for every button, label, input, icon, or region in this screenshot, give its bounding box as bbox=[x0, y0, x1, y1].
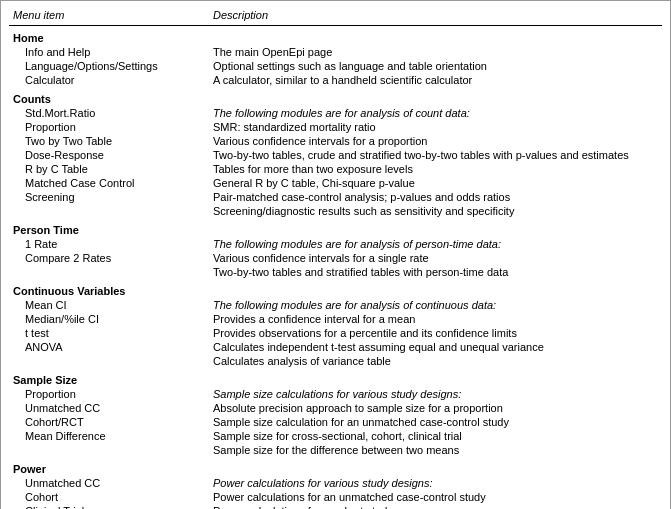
sub-desc: A calculator, similar to a handheld scie… bbox=[209, 73, 662, 87]
col-menu-header: Menu item bbox=[9, 7, 209, 26]
table-row: Continuous Variables bbox=[9, 279, 662, 298]
sub-desc: Sample size for cross-sectional, cohort,… bbox=[209, 429, 662, 443]
sub-desc: Sample size calculations for various stu… bbox=[209, 387, 662, 401]
sub-desc: The following modules are for analysis o… bbox=[209, 298, 662, 312]
sub-menu-item: R by C Table bbox=[9, 162, 209, 176]
sub-menu-item: Cohort bbox=[9, 490, 209, 504]
sub-desc: The main OpenEpi page bbox=[209, 45, 662, 59]
main-container: Menu item Description HomeInfo and HelpT… bbox=[0, 0, 671, 509]
table-row: Unmatched CCAbsolute precision approach … bbox=[9, 401, 662, 415]
section-desc bbox=[209, 218, 662, 237]
table-row: Language/Options/SettingsOptional settin… bbox=[9, 59, 662, 73]
sub-menu-item: Calculator bbox=[9, 73, 209, 87]
section-desc bbox=[209, 87, 662, 106]
section-menu-item: Person Time bbox=[9, 218, 209, 237]
table-row: R by C TableTables for more than two exp… bbox=[9, 162, 662, 176]
sub-menu-item: Clinical Trial bbox=[9, 504, 209, 509]
table-row: Mean DifferenceSample size for cross-sec… bbox=[9, 429, 662, 443]
sub-desc: General R by C table, Chi-square p-value bbox=[209, 176, 662, 190]
sub-menu-item: Mean Difference bbox=[9, 429, 209, 443]
empty-menu-cell bbox=[9, 265, 209, 279]
sub-menu-item: Mean CI bbox=[9, 298, 209, 312]
sub-menu-item: Std.Mort.Ratio bbox=[9, 106, 209, 120]
sub-menu-item: Median/%ile CI bbox=[9, 312, 209, 326]
table-row: Dose-ResponseTwo-by-two tables, crude an… bbox=[9, 148, 662, 162]
sub-menu-item: Info and Help bbox=[9, 45, 209, 59]
table-row: Clinical TrialPower calculations for a c… bbox=[9, 504, 662, 509]
sub-menu-item: 1 Rate bbox=[9, 237, 209, 251]
sub-menu-item: Compare 2 Rates bbox=[9, 251, 209, 265]
sub-desc: Various confidence intervals for a singl… bbox=[209, 251, 662, 265]
menu-table: Menu item Description HomeInfo and HelpT… bbox=[9, 7, 662, 509]
table-row: t testProvides observations for a percen… bbox=[9, 326, 662, 340]
table-row: ProportionSMR: standardized mortality ra… bbox=[9, 120, 662, 134]
section-menu-item: Power bbox=[9, 457, 209, 476]
sub-desc: Tables for more than two exposure levels bbox=[209, 162, 662, 176]
sub-desc: Provides observations for a percentile a… bbox=[209, 326, 662, 340]
table-row: Home bbox=[9, 26, 662, 46]
section-desc bbox=[209, 26, 662, 46]
sub-desc: Various confidence intervals for a propo… bbox=[209, 134, 662, 148]
sub-menu-item: Dose-Response bbox=[9, 148, 209, 162]
table-row: Sample Size bbox=[9, 368, 662, 387]
table-row: Counts bbox=[9, 87, 662, 106]
sub-desc: SMR: standardized mortality ratio bbox=[209, 120, 662, 134]
table-row: Calculates analysis of variance table bbox=[9, 354, 662, 368]
empty-menu-cell bbox=[9, 204, 209, 218]
table-row: CalculatorA calculator, similar to a han… bbox=[9, 73, 662, 87]
sub-desc: Calculates independent t-test assuming e… bbox=[209, 340, 662, 354]
sub-menu-item: ANOVA bbox=[9, 340, 209, 354]
table-row: Matched Case ControlGeneral R by C table… bbox=[9, 176, 662, 190]
sub-menu-item: Two by Two Table bbox=[9, 134, 209, 148]
sub-menu-item: t test bbox=[9, 326, 209, 340]
table-row: Std.Mort.RatioThe following modules are … bbox=[9, 106, 662, 120]
sub-desc: Power calculations for an unmatched case… bbox=[209, 490, 662, 504]
table-row: CohortPower calculations for an unmatche… bbox=[9, 490, 662, 504]
table-row: 1 RateThe following modules are for anal… bbox=[9, 237, 662, 251]
sub-desc: The following modules are for analysis o… bbox=[209, 237, 662, 251]
sub-desc: Two-by-two tables, crude and stratified … bbox=[209, 148, 662, 162]
sub-menu-item: Proportion bbox=[9, 387, 209, 401]
continuation-desc: Sample size for the difference between t… bbox=[209, 443, 662, 457]
table-row: Mean CIThe following modules are for ana… bbox=[9, 298, 662, 312]
empty-menu-cell bbox=[9, 443, 209, 457]
section-desc bbox=[209, 368, 662, 387]
table-row: Compare 2 RatesVarious confidence interv… bbox=[9, 251, 662, 265]
table-row: ANOVACalculates independent t-test assum… bbox=[9, 340, 662, 354]
table-row: Sample size for the difference between t… bbox=[9, 443, 662, 457]
section-menu-item: Sample Size bbox=[9, 368, 209, 387]
empty-menu-cell bbox=[9, 354, 209, 368]
section-desc bbox=[209, 279, 662, 298]
sub-desc: Absolute precision approach to sample si… bbox=[209, 401, 662, 415]
table-row: Screening/diagnostic results such as sen… bbox=[9, 204, 662, 218]
continuation-desc: Screening/diagnostic results such as sen… bbox=[209, 204, 662, 218]
table-row: Two by Two TableVarious confidence inter… bbox=[9, 134, 662, 148]
sub-desc: Provides a confidence interval for a mea… bbox=[209, 312, 662, 326]
table-row: ProportionSample size calculations for v… bbox=[9, 387, 662, 401]
sub-desc: Optional settings such as language and t… bbox=[209, 59, 662, 73]
col-desc-header: Description bbox=[209, 7, 662, 26]
table-row: Unmatched CCPower calculations for vario… bbox=[9, 476, 662, 490]
continuation-desc: Two-by-two tables and stratified tables … bbox=[209, 265, 662, 279]
sub-menu-item: Proportion bbox=[9, 120, 209, 134]
table-row: ScreeningPair-matched case-control analy… bbox=[9, 190, 662, 204]
sub-desc: Pair-matched case-control analysis; p-va… bbox=[209, 190, 662, 204]
table-row: Two-by-two tables and stratified tables … bbox=[9, 265, 662, 279]
table-row: Median/%ile CIProvides a confidence inte… bbox=[9, 312, 662, 326]
sub-desc: The following modules are for analysis o… bbox=[209, 106, 662, 120]
section-menu-item: Counts bbox=[9, 87, 209, 106]
sub-menu-item: Language/Options/Settings bbox=[9, 59, 209, 73]
table-row: Power bbox=[9, 457, 662, 476]
table-row: Person Time bbox=[9, 218, 662, 237]
section-desc bbox=[209, 457, 662, 476]
sub-desc: Sample size calculation for an unmatched… bbox=[209, 415, 662, 429]
sub-menu-item: Screening bbox=[9, 190, 209, 204]
sub-menu-item: Cohort/RCT bbox=[9, 415, 209, 429]
continuation-desc: Calculates analysis of variance table bbox=[209, 354, 662, 368]
table-row: Cohort/RCTSample size calculation for an… bbox=[9, 415, 662, 429]
section-menu-item: Continuous Variables bbox=[9, 279, 209, 298]
sub-menu-item: Matched Case Control bbox=[9, 176, 209, 190]
section-menu-item: Home bbox=[9, 26, 209, 46]
table-row: Info and HelpThe main OpenEpi page bbox=[9, 45, 662, 59]
sub-desc: Power calculations for various study des… bbox=[209, 476, 662, 490]
